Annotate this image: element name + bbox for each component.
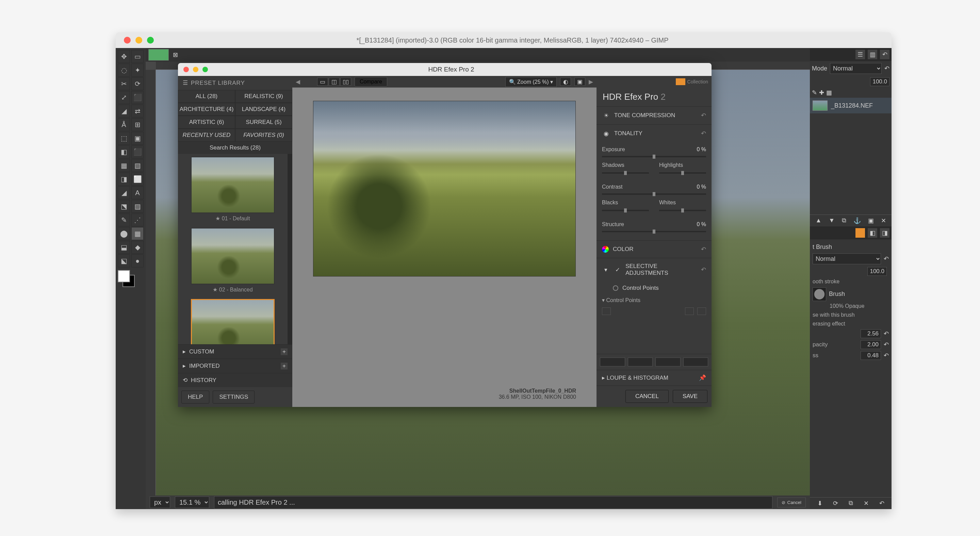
merge-layer-icon[interactable]: ▣: [868, 217, 874, 224]
filter-all[interactable]: ALL (28): [178, 90, 235, 103]
tool-16a[interactable]: ⬕: [118, 254, 130, 267]
path-tool[interactable]: ✎: [118, 214, 130, 227]
picker-tool[interactable]: ⬤: [118, 227, 130, 240]
save-icon[interactable]: ⬇: [817, 499, 822, 507]
custom-section[interactable]: ▸ CUSTOM +: [178, 344, 292, 359]
maximize-window-button[interactable]: [147, 37, 154, 44]
ink-tool[interactable]: ⬜: [131, 173, 143, 186]
add-imported-icon[interactable]: +: [281, 363, 288, 370]
cancel-operation-button[interactable]: ⊘Cancel: [777, 498, 806, 507]
brush-tab-icon[interactable]: [856, 228, 865, 238]
tool-16b[interactable]: ●: [131, 254, 143, 267]
add-custom-icon[interactable]: +: [281, 348, 288, 355]
eraser-tool[interactable]: ▧: [131, 159, 143, 172]
imported-section[interactable]: ▸ IMPORTED +: [178, 359, 292, 373]
loupe-histogram-header[interactable]: ▸ LOUPE & HISTOGRAM 📌: [597, 370, 711, 386]
select-tool[interactable]: ▭: [131, 50, 143, 63]
hdr-close-button[interactable]: [183, 67, 189, 72]
filter-artistic[interactable]: ARTISTIC (6): [178, 116, 235, 129]
bg-color-button[interactable]: ◐: [560, 78, 571, 86]
selective-header[interactable]: ▾ ✓ SELECTIVE ADJUSTMENTS ↶: [597, 258, 711, 281]
adjustments-scroll[interactable]: ☀ TONE COMPRESSION ↶ ◉ TONALITY ↶ Exposu…: [597, 106, 711, 354]
action-btn-1[interactable]: [600, 357, 625, 367]
preset-list[interactable]: ★ 01 - Default ★ 02 - Balanced ★ 03 - De…: [178, 154, 288, 344]
cancel-button[interactable]: CANCEL: [625, 390, 669, 403]
text-tool[interactable]: ⬚: [118, 132, 130, 145]
filter-architecture[interactable]: ARCHITECTURE (4): [178, 103, 235, 116]
preset-thumb[interactable]: [191, 156, 275, 213]
brush-mode-select[interactable]: Normal: [813, 254, 881, 264]
channels-tab-icon[interactable]: ▥: [868, 50, 877, 59]
heal-tool[interactable]: A: [131, 186, 143, 199]
zoom-selector[interactable]: 🔍 Zoom (25 %) ▾: [505, 77, 557, 87]
filter-landscape[interactable]: LANDSCAPE (4): [235, 103, 292, 116]
lower-layer-icon[interactable]: ▼: [829, 217, 835, 224]
hamburger-icon[interactable]: ☰: [183, 79, 188, 86]
brush-tool[interactable]: ▦: [118, 159, 130, 172]
color-swatches[interactable]: [118, 270, 135, 287]
layer-mode-select[interactable]: Normal: [830, 63, 882, 74]
collapse-left-icon[interactable]: ◀: [296, 78, 300, 86]
bucket-tool[interactable]: ▣: [131, 132, 143, 145]
whites-slider[interactable]: [659, 210, 706, 211]
reset-icon[interactable]: ↶: [701, 246, 706, 253]
preset-thumb-selected[interactable]: [191, 299, 275, 344]
lasso-tool[interactable]: ◌: [118, 64, 130, 77]
preset-item[interactable]: ★ 01 - Default: [181, 156, 285, 224]
brush-preview[interactable]: [813, 287, 826, 301]
gradient-tab-icon[interactable]: ◨: [880, 228, 889, 238]
unit-select[interactable]: px: [150, 496, 170, 508]
side-view-button[interactable]: ▯▯: [340, 78, 351, 86]
dup-icon[interactable]: ⧉: [849, 499, 853, 507]
image-tab-thumb[interactable]: [148, 49, 169, 61]
zoom-select[interactable]: 15.1 %: [175, 496, 209, 508]
wand-tool[interactable]: ✦: [131, 64, 143, 77]
hdr-maximize-button[interactable]: [202, 67, 208, 72]
layer-opacity-value[interactable]: 100.0: [870, 77, 889, 86]
duplicate-layer-icon[interactable]: ⧉: [842, 217, 846, 224]
brush-opacity-value[interactable]: 100.0: [867, 267, 887, 276]
preset-scrollbar[interactable]: [288, 154, 292, 344]
contrast-slider[interactable]: [602, 193, 706, 195]
preset-thumb[interactable]: [191, 228, 275, 284]
del-icon[interactable]: ✕: [864, 499, 869, 507]
tool-15a[interactable]: ⬓: [118, 241, 130, 254]
collapse-right-icon[interactable]: ▶: [589, 78, 593, 86]
shadows-slider[interactable]: [602, 172, 649, 174]
measure-tool[interactable]: Å: [118, 118, 130, 131]
pacity-reset-icon[interactable]: ↶: [884, 341, 889, 348]
action-btn-4[interactable]: [683, 357, 708, 367]
filter-realistic[interactable]: REALISTIC (9): [235, 90, 292, 103]
cp-ungroup-icon[interactable]: [697, 308, 706, 315]
dodge-tool[interactable]: ▨: [131, 200, 143, 213]
tab-close-icon[interactable]: ⊠: [172, 50, 179, 60]
align-tool[interactable]: ⊞: [131, 118, 143, 131]
help-button[interactable]: HELP: [181, 391, 209, 404]
exposure-slider[interactable]: [602, 156, 706, 157]
paths-tab-icon[interactable]: ↶: [880, 50, 889, 59]
color-header[interactable]: COLOR ↶: [597, 241, 711, 258]
lock-pixels-icon[interactable]: ✎: [812, 89, 817, 96]
layers-tab-icon[interactable]: ☰: [856, 50, 865, 59]
filter-favorites[interactable]: FAVORITES (0): [235, 129, 292, 142]
delete-layer-icon[interactable]: ✕: [881, 217, 886, 224]
compare-button[interactable]: Compare: [355, 77, 387, 86]
save-button[interactable]: SAVE: [673, 390, 708, 403]
preset-item[interactable]: ★ 02 - Balanced: [181, 228, 285, 295]
preview-image[interactable]: [313, 101, 576, 276]
cp-group-icon[interactable]: [685, 308, 694, 315]
reload-icon[interactable]: ⟳: [833, 499, 838, 507]
reset-icon[interactable]: ↶: [701, 130, 706, 137]
crop-tool[interactable]: ✂: [118, 77, 130, 90]
brush-mode-reset-icon[interactable]: ↶: [884, 255, 889, 263]
action-btn-3[interactable]: [655, 357, 681, 367]
panel-toggle-button[interactable]: ▣: [574, 78, 585, 86]
minimize-window-button[interactable]: [135, 37, 142, 44]
move-tool[interactable]: ✥: [118, 50, 130, 63]
lock-alpha-icon[interactable]: ▦: [826, 89, 832, 96]
hdr-minimize-button[interactable]: [193, 67, 198, 72]
preset-item[interactable]: ★ 03 - Deep 1: [181, 299, 285, 344]
mode-reset-icon[interactable]: ↶: [885, 65, 889, 72]
close-window-button[interactable]: [124, 37, 130, 44]
gradient-tool[interactable]: ◧: [118, 145, 130, 158]
